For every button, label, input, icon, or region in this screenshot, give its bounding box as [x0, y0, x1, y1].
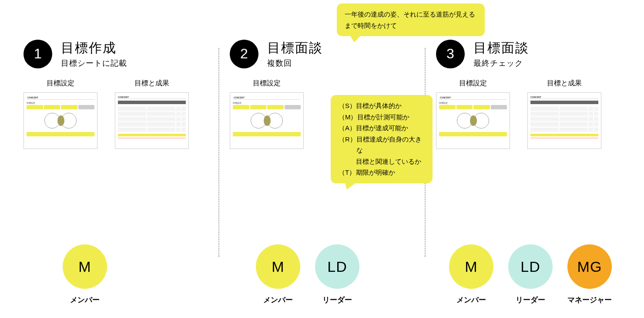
step-3-titles: 目標面談 最終チェック [473, 39, 529, 68]
callout-timeline: 一年後の達成の姿、それに至る道筋が見えるまで時間をかけて [337, 3, 485, 36]
doc-goal-setting-icon: CONCENT 目標設定 [230, 92, 304, 149]
role-manager-label: マネージャー [567, 295, 612, 305]
role-member: M メンバー [63, 244, 107, 305]
thumb-goal-setting: 目標設定 CONCENT 目標設定 [230, 79, 304, 149]
step-1: 1 目標作成 目標シートに記載 目標設定 CONCENT 目標設定 目標と成果 [13, 9, 218, 309]
role-leader-icon: LD [508, 244, 553, 289]
step-1-roles: M メンバー [23, 244, 208, 305]
role-leader-abbr: LD [327, 258, 347, 275]
role-member-abbr: M [272, 258, 284, 275]
step-2-titles: 目標面談 複数回 [267, 39, 323, 68]
thumb-goal-setting-label: 目標設定 [459, 79, 487, 88]
smart-s-val: 目標が具体的か [356, 100, 402, 112]
role-member-label: メンバー [456, 295, 486, 305]
role-member: M メンバー [256, 244, 300, 305]
step-number-badge: 2 [230, 40, 258, 68]
role-member-icon: M [63, 244, 107, 289]
role-member-label: メンバー [263, 295, 293, 305]
role-manager-abbr: MG [577, 258, 602, 275]
smart-a-val: 目標が達成可能か [356, 122, 408, 134]
step-number-badge: 1 [23, 40, 52, 68]
role-member-icon: M [449, 244, 493, 289]
step-3-sub: 最終チェック [473, 58, 529, 68]
step-3-thumbs: 目標設定 CONCENT 目標設定 目標と成果 CONCENT [436, 79, 621, 149]
step-2-roles: M メンバー LD リーダー [230, 244, 414, 305]
role-member-icon: M [256, 244, 300, 289]
role-leader: LD リーダー [315, 244, 359, 305]
step-3-title: 目標面談 [473, 39, 529, 57]
doc-brand: CONCENT [118, 96, 129, 98]
role-leader-label: リーダー [322, 295, 352, 305]
step-1-title: 目標作成 [61, 39, 127, 57]
callout-timeline-text: 一年後の達成の姿、それに至る道筋が見えるまで時間をかけて [345, 10, 475, 29]
step-1-titles: 目標作成 目標シートに記載 [61, 39, 127, 68]
smart-t-val: 期限が明確か [356, 167, 395, 178]
smart-t-key: （T） [339, 167, 356, 178]
step-1-num: 1 [34, 46, 42, 62]
doc-brand: CONCENT [27, 96, 38, 99]
step-3-header: 3 目標面談 最終チェック [436, 39, 621, 68]
smart-r2-val: 目標と関連しているか [356, 156, 421, 167]
step-1-header: 1 目標作成 目標シートに記載 [23, 39, 208, 68]
doc-goal-results-icon: CONCENT [527, 92, 601, 149]
callout-smart: （S） 目標が具体的か （M） 目標が計測可能か （A） 目標が達成可能か （R… [331, 95, 433, 183]
smart-m: （M） 目標が計測可能か [339, 112, 425, 123]
role-member: M メンバー [449, 244, 493, 305]
doc-goal-setting-icon: CONCENT 目標設定 [436, 92, 510, 149]
smart-t: （T） 期限が明確か [339, 167, 425, 178]
step-3: 3 目標面談 最終チェック 目標設定 CONCENT 目標設定 目標と成果 [426, 9, 631, 309]
smart-r-val: 目標達成が自身の大きな [356, 134, 425, 156]
thumb-goal-results-label: 目標と成果 [134, 79, 169, 88]
thumb-goal-setting-label: 目標設定 [47, 79, 74, 88]
doc-brand: CONCENT [440, 96, 451, 99]
thumb-goal-setting: 目標設定 CONCENT 目標設定 [23, 79, 97, 149]
smart-r: （R） 目標達成が自身の大きな [339, 134, 425, 156]
step-3-num: 3 [446, 46, 454, 62]
thumb-goal-setting-label: 目標設定 [253, 79, 281, 88]
smart-a-key: （A） [339, 122, 356, 134]
steps-row: 1 目標作成 目標シートに記載 目標設定 CONCENT 目標設定 目標と成果 [13, 9, 631, 309]
smart-m-key: （M） [339, 112, 357, 123]
role-leader-abbr: LD [520, 258, 540, 275]
role-manager: MG マネージャー [567, 244, 612, 305]
role-manager-icon: MG [567, 244, 612, 289]
smart-s-key: （S） [339, 100, 356, 112]
smart-a: （A） 目標が達成可能か [339, 122, 425, 134]
thumb-goal-results-label: 目標と成果 [547, 79, 582, 88]
callout-tail-icon [350, 35, 361, 42]
role-member-abbr: M [78, 258, 91, 275]
role-member-abbr: M [465, 258, 477, 275]
smart-m-val: 目標が計測可能か [357, 112, 409, 123]
role-leader: LD リーダー [508, 244, 553, 305]
smart-r-key: （R） [339, 134, 356, 156]
thumb-goal-results: 目標と成果 CONCENT [527, 79, 601, 149]
smart-s: （S） 目標が具体的か [339, 100, 425, 112]
role-member-label: メンバー [70, 295, 100, 305]
role-leader-label: リーダー [516, 295, 545, 305]
step-2-sub: 複数回 [267, 58, 323, 68]
doc-brand: CONCENT [234, 96, 245, 99]
thumb-goal-results: 目標と成果 CONCENT [115, 79, 189, 149]
step-3-roles: M メンバー LD リーダー MG マネージャー [436, 244, 621, 305]
doc-goal-setting-icon: CONCENT 目標設定 [23, 92, 97, 149]
smart-r2: 目標と関連しているか [339, 156, 425, 167]
doc-goal-results-icon: CONCENT [115, 92, 189, 149]
doc-brand: CONCENT [530, 96, 541, 98]
step-2-header: 2 目標面談 複数回 [230, 39, 414, 68]
step-1-thumbs: 目標設定 CONCENT 目標設定 目標と成果 CONCENT [23, 79, 208, 149]
step-1-sub: 目標シートに記載 [61, 58, 127, 68]
thumb-goal-setting: 目標設定 CONCENT 目標設定 [436, 79, 510, 149]
callout-tail-icon [342, 183, 356, 189]
step-2-num: 2 [240, 46, 248, 62]
step-2-title: 目標面談 [267, 39, 323, 57]
role-leader-icon: LD [315, 244, 359, 289]
step-number-badge: 3 [436, 40, 465, 68]
